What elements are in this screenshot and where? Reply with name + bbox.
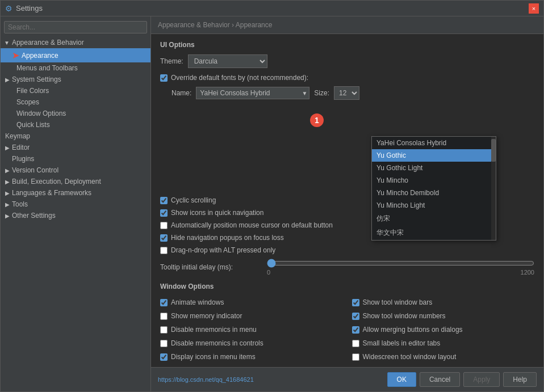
small-labels-checkbox[interactable]	[352, 340, 359, 347]
dropdown-item-hua-wen[interactable]: 华文中宋	[372, 226, 496, 240]
animate-windows-checkbox[interactable]	[160, 299, 168, 306]
side-right-label: Side-by-side layout on the right	[363, 366, 457, 367]
override-fonts-checkbox[interactable]	[160, 74, 168, 82]
disable-mnemonics-controls-checkbox[interactable]	[160, 340, 168, 347]
title-bar-left: ⚙ Settings	[5, 4, 43, 13]
drag-row: Drag-n-drop with ALT pressed only	[160, 246, 534, 254]
search-input[interactable]	[4, 21, 147, 33]
sidebar-group-appearance-behavior[interactable]: ▼ Appearance & Behavior	[1, 37, 150, 48]
tooltip-row: Tooltip initial delay (ms): 0 1200	[160, 259, 534, 276]
sidebar-item-label: Languages & Frameworks	[12, 189, 91, 197]
side-right-checkbox[interactable]	[352, 367, 359, 368]
sidebar-item-appearance[interactable]: ➤ Appearance	[1, 48, 150, 62]
drag-label: Drag-n-drop with ALT pressed only	[171, 246, 275, 254]
dropdown-item-yaHei[interactable]: YaHei Consolas Hybrid	[372, 137, 496, 149]
dropdown-item-fang-song[interactable]: 仿宋	[372, 212, 496, 226]
side-left-checkbox[interactable]	[160, 367, 168, 368]
small-labels-label: Small labels in editor tabs	[363, 339, 441, 347]
close-button[interactable]: ×	[529, 3, 539, 14]
size-select[interactable]: 12	[334, 86, 359, 100]
option-disable-mnemonics-menu: Disable mnemonics in menu	[160, 323, 343, 336]
dropdown-item-yu-gothic[interactable]: Yu Gothic	[372, 149, 496, 162]
expand-arrow-icon: ▶	[5, 179, 10, 185]
show-tool-bars-checkbox[interactable]	[352, 299, 359, 306]
apply-button[interactable]: Apply	[463, 372, 500, 387]
auto-position-checkbox[interactable]	[160, 222, 168, 229]
cyclic-scrolling-checkbox[interactable]	[160, 197, 168, 204]
drag-checkbox[interactable]	[160, 247, 168, 254]
sidebar-item-label: Menus and Toolbars	[16, 64, 78, 72]
allow-merging-label: Allow merging buttons on dialogs	[363, 326, 463, 334]
window-options-section: Window Options Animate windows Show tool…	[160, 283, 534, 367]
sidebar-item-label: Tools	[12, 200, 28, 208]
font-select[interactable]: YaHei Consolas Hybrid	[196, 87, 309, 99]
window-options-title: Window Options	[160, 283, 534, 290]
auto-position-label: Automatically position mouse cursor on d…	[171, 221, 333, 229]
slider-container: 0 1200	[267, 259, 534, 276]
dropdown-item-yu-gothic-light[interactable]: Yu Gothic Light	[372, 162, 496, 174]
sidebar-item-file-colors[interactable]: File Colors	[1, 85, 150, 96]
sidebar-item-label: Appearance	[22, 52, 58, 60]
sidebar-item-build-execution[interactable]: ▶ Build, Execution, Deployment	[1, 176, 150, 187]
ok-button[interactable]: OK	[387, 372, 416, 387]
expand-arrow-icon: ▼	[4, 40, 10, 46]
disable-mnemonics-controls-label: Disable mnemonics in controls	[171, 339, 263, 347]
title-bar: ⚙ Settings ×	[1, 1, 543, 16]
tooltip-slider[interactable]	[267, 259, 534, 268]
dropdown-item-yu-mincho-light[interactable]: Yu Mincho Light	[372, 199, 496, 212]
hide-nav-label: Hide navigation popups on focus loss	[171, 234, 284, 242]
ui-options-title: UI Options	[160, 41, 534, 49]
option-display-icons: Display icons in menu items	[160, 351, 343, 363]
show-tool-numbers-checkbox[interactable]	[352, 313, 359, 320]
expand-arrow-icon: ▶	[5, 201, 10, 208]
help-button[interactable]: Help	[503, 372, 537, 387]
sidebar-item-tools[interactable]: ▶ Tools	[1, 199, 150, 210]
sidebar-item-label: System Settings	[12, 75, 61, 83]
sidebar-item-version-control[interactable]: ▶ Version Control	[1, 165, 150, 176]
override-fonts-row: Override default fonts by (not recommend…	[160, 74, 534, 82]
theme-row: Theme: Darcula	[160, 54, 534, 68]
disable-mnemonics-menu-checkbox[interactable]	[160, 326, 168, 334]
sidebar-item-label: Scopes	[16, 98, 39, 106]
show-icons-checkbox[interactable]	[160, 209, 168, 217]
allow-merging-checkbox[interactable]	[352, 326, 359, 334]
sidebar-item-editor[interactable]: ▶ Editor	[1, 142, 150, 153]
window-options-grid: Animate windows Show tool window bars Sh…	[160, 296, 534, 367]
sidebar-item-scopes[interactable]: Scopes	[1, 96, 150, 108]
hide-nav-checkbox[interactable]	[160, 234, 168, 242]
option-animate-windows: Animate windows	[160, 296, 343, 309]
theme-label: Theme:	[160, 57, 183, 65]
option-show-tool-numbers: Show tool window numbers	[352, 310, 535, 322]
expand-arrow-icon: ▶	[5, 77, 10, 83]
sidebar-item-plugins[interactable]: Plugins	[1, 153, 150, 165]
widescreen-checkbox[interactable]	[352, 353, 359, 361]
cancel-button[interactable]: Cancel	[420, 372, 460, 387]
expand-arrow-icon: ▶	[5, 190, 10, 196]
dropdown-item-yu-mincho-demibold[interactable]: Yu Mincho Demibold	[372, 187, 496, 199]
display-icons-label: Display icons in menu items	[171, 353, 256, 361]
show-memory-checkbox[interactable]	[160, 313, 168, 320]
sidebar-item-system-settings[interactable]: ▶ System Settings	[1, 74, 150, 85]
sidebar-item-keymap[interactable]: Keymap	[1, 130, 150, 142]
dropdown-item-yu-mincho[interactable]: Yu Mincho	[372, 174, 496, 187]
sidebar-item-label: Window Options	[16, 109, 66, 117]
option-widescreen: Widescreen tool window layout	[352, 351, 535, 363]
active-arrow-icon: ➤	[12, 50, 19, 61]
sidebar-item-menus-toolbars[interactable]: Menus and Toolbars	[1, 62, 150, 74]
option-side-right: Side-by-side layout on the right	[352, 364, 535, 367]
settings-window: ⚙ Settings × ▼ Appearance & Behavior ➤ A…	[0, 0, 544, 392]
display-icons-checkbox[interactable]	[160, 353, 168, 361]
slider-labels: 0 1200	[267, 269, 534, 276]
scroll-thumb	[491, 139, 496, 162]
sidebar-item-other-settings[interactable]: ▶ Other Settings	[1, 210, 150, 221]
theme-select[interactable]: Darcula	[188, 54, 267, 68]
sidebar-item-label: Keymap	[5, 132, 30, 140]
sidebar-item-label: File Colors	[16, 87, 49, 95]
sidebar-item-label: Build, Execution, Deployment	[12, 178, 101, 186]
expand-arrow-icon: ▶	[5, 167, 10, 174]
sidebar-item-notifications[interactable]: Window Options	[1, 108, 150, 119]
sidebar-item-quick-lists[interactable]: Quick Lists	[1, 119, 150, 130]
sidebar-item-languages-frameworks[interactable]: ▶ Languages & Frameworks	[1, 187, 150, 199]
option-disable-mnemonics-controls: Disable mnemonics in controls	[160, 337, 343, 349]
window-title: Settings	[16, 4, 43, 12]
